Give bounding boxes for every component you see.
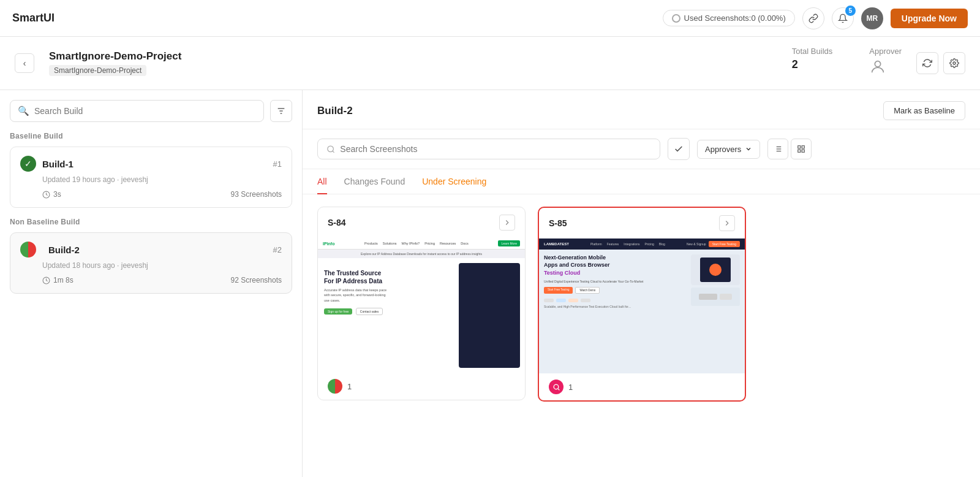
back-button[interactable]: ‹ xyxy=(15,53,34,73)
project-tag: SmartIgnore-Demo-Project xyxy=(49,65,146,76)
panel-title: Build-2 xyxy=(317,105,353,117)
mark-baseline-button[interactable]: Mark as Baseline xyxy=(883,101,965,120)
approver-stat: Approver xyxy=(869,47,902,80)
nav-right: Used Screenshots:0 (0.00%) 5 MR Upgrade … xyxy=(663,7,968,29)
svg-rect-15 xyxy=(798,146,801,148)
approver-label: Approver xyxy=(869,47,902,56)
s85-expand-btn[interactable] xyxy=(719,215,735,231)
build-1-num: #1 xyxy=(273,159,282,169)
list-view-btn[interactable] xyxy=(767,139,788,159)
main-layout: 🔍 Baseline Build ✓ Build-1 #1 Updated 19… xyxy=(0,90,980,477)
s84-image: IPinfo ProductsSolutionsWhy IPinfo?Prici… xyxy=(318,238,525,373)
screenshot-grid: S-84 IPinfo ProductsSolutionsWhy IPinfo?… xyxy=(303,194,980,477)
filter-button[interactable] xyxy=(270,100,292,122)
s84-expand-btn[interactable] xyxy=(499,215,515,231)
total-builds-label: Total Builds xyxy=(792,47,832,56)
build-2-name: Build-2 xyxy=(48,245,267,255)
build-1-meta: Updated 19 hours ago · jeeveshj xyxy=(20,175,282,184)
top-nav: SmartUI Used Screenshots:0 (0.00%) 5 MR … xyxy=(0,0,980,37)
right-panel: Build-2 Mark as Baseline Approvers xyxy=(303,90,980,477)
s84-id: S-84 xyxy=(328,218,346,227)
s85-id: S-85 xyxy=(549,218,567,228)
project-name: SmartIgnore-Demo-Project xyxy=(49,50,777,63)
build-card-2[interactable]: Build-2 #2 Updated 18 hours ago · jeeves… xyxy=(10,232,292,294)
build-1-status-icon: ✓ xyxy=(20,156,36,172)
s84-card-header: S-84 xyxy=(318,207,525,238)
used-screenshots-indicator: Used Screenshots:0 (0.00%) xyxy=(663,10,795,26)
project-info: SmartIgnore-Demo-Project SmartIgnore-Dem… xyxy=(49,50,777,76)
non-baseline-section-label: Non Baseline Build xyxy=(10,218,292,226)
svg-rect-17 xyxy=(798,150,801,152)
build-2-footer: 1m 8s 92 Screenshots xyxy=(20,276,282,284)
s85-diff-icon xyxy=(549,380,564,394)
total-builds-stat: Total Builds 2 xyxy=(792,47,832,71)
project-header: ‹ SmartIgnore-Demo-Project SmartIgnore-D… xyxy=(0,37,980,90)
build-1-name: Build-1 xyxy=(42,159,267,169)
panel-toolbar: Approvers xyxy=(303,129,980,169)
approvers-dropdown[interactable]: Approvers xyxy=(697,140,760,159)
screenshot-card-s85[interactable]: S-85 LAMBDATEST PlatformFeaturesIntegrat… xyxy=(538,207,746,402)
total-builds-value: 2 xyxy=(792,58,832,71)
screenshot-tabs: All Changes Found Under Screening xyxy=(303,169,980,194)
refresh-button[interactable] xyxy=(916,52,938,74)
build-2-header: Build-2 #2 xyxy=(20,242,282,258)
tab-changes-found[interactable]: Changes Found xyxy=(344,169,405,194)
s84-card-footer: 1 xyxy=(318,373,525,400)
search-icon: 🔍 xyxy=(18,105,29,116)
build-1-footer: 3s 93 Screenshots xyxy=(20,190,282,199)
approvers-label: Approvers xyxy=(705,145,741,154)
build-2-screenshots: 92 Screenshots xyxy=(231,276,282,284)
s85-card-footer: 1 xyxy=(539,373,745,400)
build-1-time: 3s xyxy=(42,190,61,199)
s84-topbar: IPinfo ProductsSolutionsWhy IPinfo?Prici… xyxy=(318,238,525,250)
screenshot-search-input[interactable] xyxy=(340,144,651,154)
usage-circle-icon xyxy=(672,14,680,23)
svg-line-8 xyxy=(333,151,334,153)
tab-all[interactable]: All xyxy=(317,169,327,194)
svg-point-1 xyxy=(953,62,956,64)
build-card-1[interactable]: ✓ Build-1 #1 Updated 19 hours ago · jeev… xyxy=(10,147,292,208)
s84-diff-icon xyxy=(328,379,342,394)
svg-point-19 xyxy=(554,384,559,389)
grid-view-btn[interactable] xyxy=(791,139,812,159)
baseline-section-label: Baseline Build xyxy=(10,132,292,140)
s84-diff-count: 1 xyxy=(347,382,352,391)
view-toggle xyxy=(767,139,812,159)
svg-point-0 xyxy=(875,61,881,67)
notifications-btn[interactable]: 5 xyxy=(832,7,854,29)
link-icon-btn[interactable] xyxy=(802,7,824,29)
build-2-status-icon xyxy=(20,242,36,258)
settings-button[interactable] xyxy=(943,52,965,74)
search-input[interactable] xyxy=(34,106,256,116)
tab-under-screening[interactable]: Under Screening xyxy=(422,169,486,194)
approver-icon xyxy=(869,58,902,80)
build-2-time: 1m 8s xyxy=(42,276,74,284)
svg-line-20 xyxy=(558,389,559,390)
build-1-screenshots: 93 Screenshots xyxy=(231,190,282,199)
notifications-badge: 5 xyxy=(845,6,856,16)
screenshot-search-wrap[interactable] xyxy=(317,139,660,159)
header-actions xyxy=(916,52,965,74)
svg-point-7 xyxy=(328,146,334,152)
build-2-meta: Updated 18 hours ago · jeeveshj xyxy=(20,261,282,270)
panel-header: Build-2 Mark as Baseline xyxy=(303,90,980,129)
svg-rect-18 xyxy=(802,150,804,152)
search-input-wrap[interactable]: 🔍 xyxy=(10,100,264,122)
s85-topbar: LAMBDATEST PlatformFeaturesIntegrationsP… xyxy=(539,238,745,250)
upgrade-button[interactable]: Upgrade Now xyxy=(891,9,968,28)
s85-diff-count: 1 xyxy=(568,383,573,392)
user-avatar[interactable]: MR xyxy=(861,7,883,29)
search-bar: 🔍 xyxy=(10,100,292,122)
svg-rect-16 xyxy=(802,146,804,148)
s85-card-header: S-85 xyxy=(539,208,745,238)
s85-image: LAMBDATEST PlatformFeaturesIntegrationsP… xyxy=(539,238,745,373)
app-logo: SmartUI xyxy=(12,12,653,25)
build-1-header: ✓ Build-1 #1 xyxy=(20,156,282,172)
builds-sidebar: 🔍 Baseline Build ✓ Build-1 #1 Updated 19… xyxy=(0,90,303,477)
used-screenshots-label: Used Screenshots:0 (0.00%) xyxy=(684,13,786,23)
build-2-num: #2 xyxy=(273,245,282,254)
screenshot-card-s84[interactable]: S-84 IPinfo ProductsSolutionsWhy IPinfo?… xyxy=(317,207,526,400)
project-stats: Total Builds 2 Approver xyxy=(792,47,902,80)
check-button[interactable] xyxy=(668,138,690,160)
